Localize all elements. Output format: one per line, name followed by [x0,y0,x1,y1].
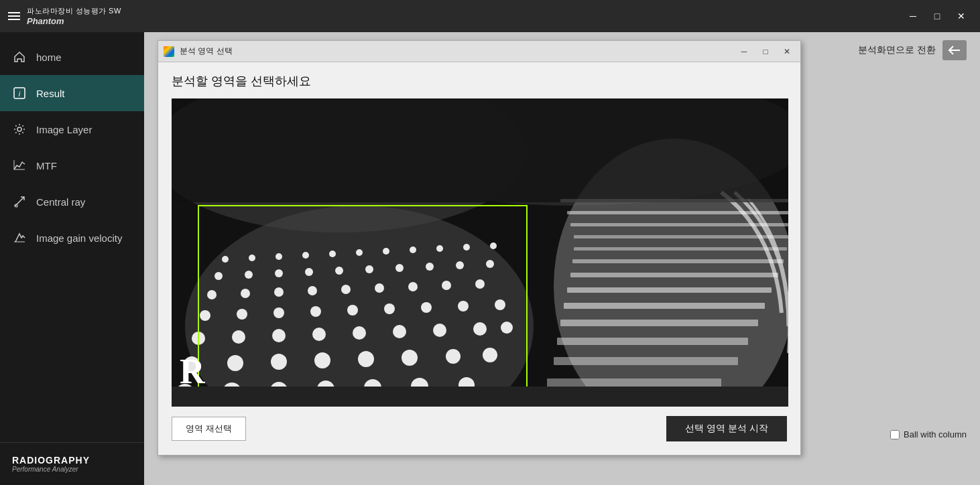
radiography-sub: Performance Analyzer [12,466,132,473]
modal-maximize-button[interactable]: □ [757,44,774,59]
svg-point-57 [273,307,284,318]
svg-point-36 [215,272,223,280]
svg-point-45 [486,260,494,268]
svg-point-40 [335,267,343,275]
modal-app-icon [164,46,174,57]
brand-title: 파노라마장비 성능평가 SW [27,6,121,16]
svg-point-32 [410,247,416,253]
svg-point-74 [227,355,243,371]
xray-image: R [172,98,788,407]
sidebar-label-home: home [36,52,62,63]
svg-point-34 [463,244,470,251]
svg-point-52 [408,282,418,291]
svg-point-41 [365,265,373,273]
svg-point-78 [402,350,418,366]
main-area: ─ □ ✕ 분석화면으로 전환 Ball with column 분석 영역 선… [144,0,980,485]
svg-rect-16 [574,247,787,251]
info-icon: i [12,86,27,100]
sidebar-label-central-ray: Central ray [36,196,85,208]
brand: 파노라마장비 성능평가 SW Phantom [27,6,121,26]
ray-icon [12,194,27,209]
modal-title: 분석 영역 선택 [180,46,731,57]
svg-point-26 [249,255,255,261]
svg-point-56 [237,309,247,320]
svg-point-47 [241,289,250,298]
svg-point-53 [442,281,451,290]
xray-image-container[interactable]: R [172,98,788,407]
sidebar-bottom: RADIOGRAPHY Performance Analyzer [0,442,144,485]
svg-point-80 [483,348,497,362]
modal-minimize-button[interactable]: ─ [736,44,752,59]
reselect-button[interactable]: 영역 재선택 [172,417,246,441]
modal-footer: 영역 재선택 선택 영역 분석 시작 [172,416,787,441]
svg-point-76 [314,352,330,368]
svg-point-28 [302,252,309,259]
svg-rect-21 [560,320,758,326]
svg-rect-23 [554,357,738,365]
svg-point-69 [393,325,406,338]
sidebar-item-mtf[interactable]: MTF [0,147,144,184]
radiography-logo: RADIOGRAPHY [12,455,132,466]
home-icon [12,50,27,64]
sidebar-nav: home i Result Image Layer [0,32,144,442]
svg-point-49 [308,286,317,295]
sidebar-label-result: Result [36,88,65,99]
velocity-icon [12,230,27,245]
svg-point-70 [433,324,446,337]
svg-text:i: i [19,90,21,98]
sidebar-label-image-layer: Image Layer [36,124,92,135]
svg-point-2 [17,127,21,131]
hamburger-menu[interactable] [8,12,20,20]
start-analysis-button[interactable]: 선택 영역 분석 시작 [666,416,787,441]
svg-point-44 [456,261,464,269]
modal-overlay: 분석 영역 선택 ─ □ ✕ 분석할 영역을 선택하세요 [144,0,980,485]
svg-rect-91 [172,98,788,202]
svg-rect-24 [547,378,721,387]
svg-point-37 [245,271,253,279]
sidebar-item-image-gain-velocity[interactable]: Image gain velocity [0,220,144,256]
svg-rect-15 [574,235,788,238]
svg-rect-17 [572,259,784,263]
svg-rect-19 [567,287,772,293]
svg-point-54 [475,279,485,289]
svg-point-39 [305,268,313,276]
svg-point-43 [426,263,434,271]
sidebar-header: 파노라마장비 성능평가 SW Phantom [0,0,144,32]
svg-point-55 [200,310,210,321]
sidebar-item-result[interactable]: i Result [0,75,144,111]
sidebar-item-central-ray[interactable]: Central ray [0,184,144,220]
modal-content: 분석할 영역을 선택하세요 [158,62,800,455]
svg-point-75 [271,354,287,370]
svg-point-33 [436,245,443,252]
modal-close-button[interactable]: ✕ [779,44,795,59]
sidebar: 파노라마장비 성능평가 SW Phantom home i Result [0,0,144,485]
svg-point-42 [395,264,404,272]
svg-rect-22 [557,338,748,345]
svg-point-66 [272,329,286,342]
brand-subtitle: Phantom [27,16,121,26]
svg-point-77 [358,351,374,367]
svg-point-63 [495,299,505,310]
chart-icon [12,158,27,173]
svg-point-60 [384,303,395,314]
svg-point-71 [473,322,487,336]
svg-point-79 [446,349,461,364]
svg-point-48 [274,287,284,297]
modal-instruction: 분석할 영역을 선택하세요 [172,73,787,89]
svg-point-58 [310,306,321,317]
svg-point-67 [312,328,326,341]
svg-point-46 [207,290,217,299]
svg-point-65 [232,330,245,344]
svg-point-29 [329,251,336,257]
modal-titlebar: 분석 영역 선택 ─ □ ✕ [158,41,800,62]
svg-rect-18 [570,273,778,277]
svg-point-51 [375,283,384,293]
svg-point-25 [222,256,229,263]
svg-point-38 [275,269,283,277]
svg-point-27 [275,253,282,260]
svg-point-68 [353,326,366,340]
sidebar-item-home[interactable]: home [0,39,144,75]
svg-point-62 [458,301,469,311]
sidebar-item-image-layer[interactable]: Image Layer [0,111,144,147]
svg-rect-20 [564,303,765,309]
